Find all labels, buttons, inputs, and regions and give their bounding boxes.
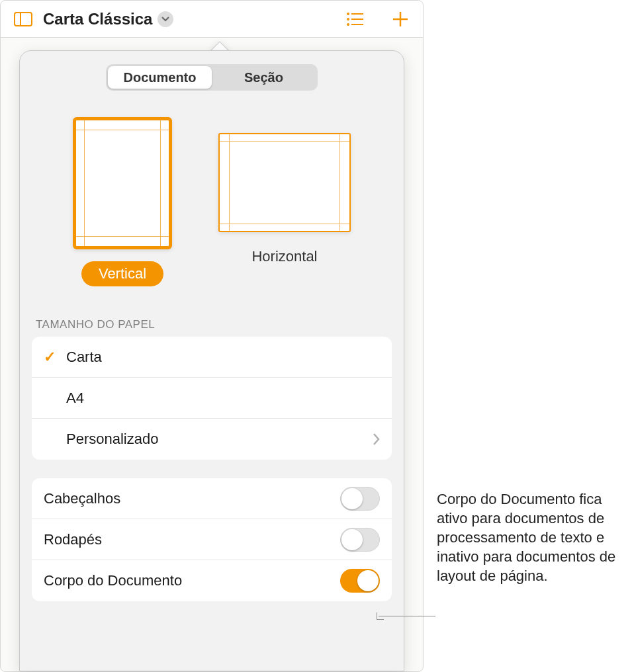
tab-secao[interactable]: Seção [212,66,316,89]
orientation-row: Vertical Horizontal [32,117,392,286]
callout-text: Corpo do Documento fica ativo para docum… [437,489,622,585]
document-title-dropdown[interactable]: Carta Clássica [43,10,342,28]
toolbar-right [342,6,414,32]
tab-documento[interactable]: Documento [108,66,212,89]
svg-point-6 [347,23,349,26]
orientation-horizontal-preview [218,133,351,232]
toggle-headers-row: Cabeçalhos [32,478,392,519]
svg-point-2 [347,13,349,15]
toggle-body-row: Corpo do Documento [32,560,392,601]
tab-segmented-control: Documento Seção [106,64,318,91]
paper-option-a4[interactable]: ✓ A4 [32,378,392,419]
toggle-footers-label: Rodapés [44,531,340,548]
toggle-body-label: Corpo do Documento [44,572,340,589]
sidebar-toggle-button[interactable] [10,6,36,32]
list-view-button[interactable] [342,6,369,32]
toggle-headers-label: Cabeçalhos [44,490,340,507]
popover-arrow [206,38,232,51]
toggle-headers-switch[interactable] [340,487,380,511]
paper-size-header: Tamanho do Papel [36,318,392,331]
orientation-vertical[interactable]: Vertical [73,117,172,286]
app-window: Carta Clássica [0,0,424,672]
paper-option-custom[interactable]: ✓ Personalizado [32,419,392,460]
paper-option-a4-label: A4 [66,390,380,407]
orientation-horizontal[interactable]: Horizontal [218,117,351,286]
check-icon: ✓ [44,349,66,366]
orientation-vertical-label: Vertical [81,261,163,286]
document-settings-popover: Documento Seção Vertical Horizontal [19,50,404,671]
callout-leader-line [379,616,435,616]
add-button[interactable] [387,6,414,32]
orientation-vertical-preview [73,117,172,249]
svg-point-4 [347,18,349,21]
chevron-right-icon [373,429,380,450]
paper-option-carta[interactable]: ✓ Carta [32,337,392,378]
toggle-footers-switch[interactable] [340,528,380,552]
toolbar: Carta Clássica [1,1,423,38]
paper-option-carta-label: Carta [66,349,380,366]
chevron-down-icon [158,11,173,27]
orientation-horizontal-label: Horizontal [251,244,317,269]
toggles-list: Cabeçalhos Rodapés Corpo do Documento [32,478,392,601]
svg-rect-0 [15,13,32,26]
paper-option-custom-label: Personalizado [66,431,373,448]
document-title: Carta Clássica [43,10,152,28]
toggle-body-switch[interactable] [340,569,380,593]
paper-size-list: ✓ Carta ✓ A4 ✓ Personalizado [32,337,392,460]
toggle-footers-row: Rodapés [32,519,392,560]
